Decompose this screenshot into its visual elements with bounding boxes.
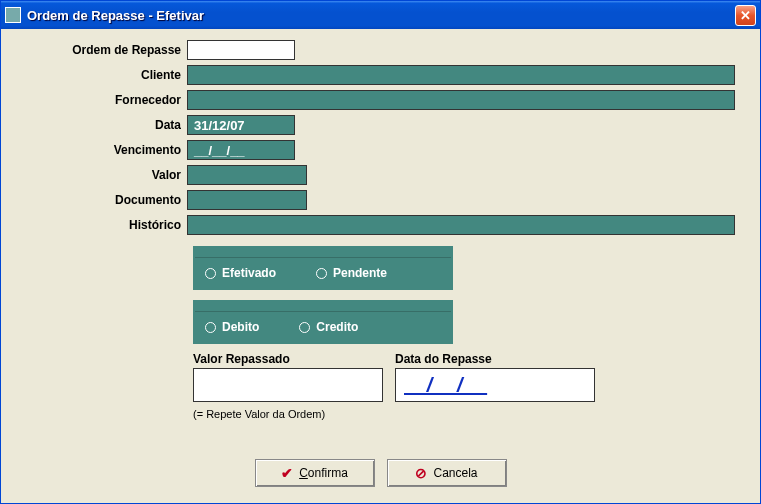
label-fornecedor: Fornecedor [17, 93, 187, 107]
label-valor-repassado: Valor Repassado [193, 352, 383, 366]
window-title: Ordem de Repasse - Efetivar [27, 8, 735, 23]
radio-label: Efetivado [222, 266, 276, 280]
tipo-radio-panel: Debito Credito [193, 300, 453, 344]
radio-label: Debito [222, 320, 259, 334]
close-button[interactable]: ✕ [735, 5, 756, 26]
documento-display [187, 190, 307, 210]
button-bar: ✔ Confirma ⊘ Cancela [1, 459, 760, 487]
data-repasse-input[interactable]: / / [395, 368, 595, 402]
label-data: Data [17, 118, 187, 132]
confirma-label: Confirma [299, 466, 348, 480]
cancel-icon: ⊘ [415, 465, 427, 481]
cancela-button[interactable]: ⊘ Cancela [387, 459, 507, 487]
radio-debito[interactable]: Debito [205, 320, 259, 334]
radio-pendente[interactable]: Pendente [316, 266, 387, 280]
fornecedor-display [187, 90, 735, 110]
radio-credito[interactable]: Credito [299, 320, 358, 334]
titlebar: Ordem de Repasse - Efetivar ✕ [1, 1, 760, 29]
confirma-button[interactable]: ✔ Confirma [255, 459, 375, 487]
radio-label: Pendente [333, 266, 387, 280]
radio-icon [316, 268, 327, 279]
form-content: Ordem de Repasse Cliente Fornecedor Data… [1, 29, 760, 503]
cancela-label: Cancela [433, 466, 477, 480]
label-data-repasse: Data do Repasse [395, 352, 595, 366]
label-vencimento: Vencimento [17, 143, 187, 157]
cliente-display [187, 65, 735, 85]
window-frame: Ordem de Repasse - Efetivar ✕ Ordem de R… [0, 0, 761, 504]
label-ordem: Ordem de Repasse [17, 43, 187, 57]
close-icon: ✕ [740, 8, 751, 23]
label-documento: Documento [17, 193, 187, 207]
repasse-row: Valor Repassado Data do Repasse / / [193, 352, 744, 402]
data-display: 31/12/07 [187, 115, 295, 135]
vencimento-display: __/__/__ [187, 140, 295, 160]
radio-icon [299, 322, 310, 333]
check-icon: ✔ [281, 465, 293, 481]
ordem-input[interactable] [187, 40, 295, 60]
historico-display [187, 215, 735, 235]
hint-text: (= Repete Valor da Ordem) [193, 408, 744, 420]
radio-icon [205, 268, 216, 279]
label-cliente: Cliente [17, 68, 187, 82]
label-historico: Histórico [17, 218, 187, 232]
label-valor: Valor [17, 168, 187, 182]
radio-icon [205, 322, 216, 333]
status-radio-panel: Efetivado Pendente [193, 246, 453, 290]
valor-display [187, 165, 307, 185]
radio-efetivado[interactable]: Efetivado [205, 266, 276, 280]
valor-repassado-input[interactable] [193, 368, 383, 402]
radio-label: Credito [316, 320, 358, 334]
app-icon [5, 7, 21, 23]
data-repasse-value: / / [404, 374, 487, 397]
